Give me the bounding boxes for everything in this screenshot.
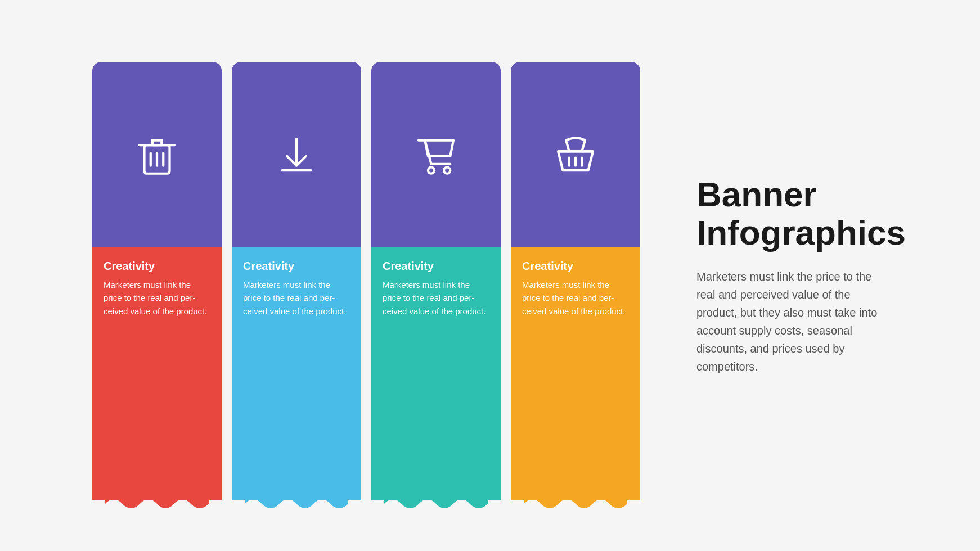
card-bottom-1: CreativityMarketers must link the price … — [92, 247, 222, 500]
card-bottom-3: CreativityMarketers must link the price … — [371, 247, 501, 500]
card-title-4: Creativity — [522, 260, 629, 273]
cart-icon — [411, 129, 461, 180]
text-section: Banner Infographics Marketers must link … — [674, 175, 888, 376]
svg-line-13 — [566, 141, 569, 152]
card-top-2 — [232, 62, 361, 247]
card-2: CreativityMarketers must link the price … — [232, 62, 361, 500]
card-title-1: Creativity — [104, 260, 210, 273]
card-text-2: Marketers must link the price to the rea… — [243, 278, 350, 318]
card-text-3: Marketers must link the price to the rea… — [383, 278, 489, 318]
card-title-3: Creativity — [383, 260, 489, 273]
card-text-4: Marketers must link the price to the rea… — [522, 278, 629, 318]
download-icon — [271, 129, 322, 180]
card-wave-3 — [371, 495, 501, 522]
banner-title: Banner Infographics — [696, 175, 888, 252]
cards-section: CreativityMarketers must link the price … — [92, 62, 640, 489]
card-text-1: Marketers must link the price to the rea… — [104, 278, 210, 318]
svg-line-14 — [582, 141, 585, 152]
card-1: CreativityMarketers must link the price … — [92, 62, 222, 500]
card-top-1 — [92, 62, 222, 247]
card-wave-4 — [511, 495, 640, 522]
card-bottom-2: CreativityMarketers must link the price … — [232, 247, 361, 500]
svg-rect-4 — [152, 141, 162, 145]
svg-point-11 — [444, 168, 450, 174]
main-container: CreativityMarketers must link the price … — [0, 0, 980, 551]
card-wave-2 — [232, 495, 361, 522]
svg-point-10 — [428, 168, 434, 174]
trash-icon — [132, 129, 182, 180]
card-3: CreativityMarketers must link the price … — [371, 62, 501, 500]
banner-description: Marketers must link the price to the rea… — [696, 268, 888, 376]
card-top-3 — [371, 62, 501, 247]
card-4: CreativityMarketers must link the price … — [511, 62, 640, 500]
basket-icon — [550, 129, 601, 180]
card-wave-1 — [92, 495, 222, 522]
card-bottom-4: CreativityMarketers must link the price … — [511, 247, 640, 500]
card-top-4 — [511, 62, 640, 247]
card-title-2: Creativity — [243, 260, 350, 273]
